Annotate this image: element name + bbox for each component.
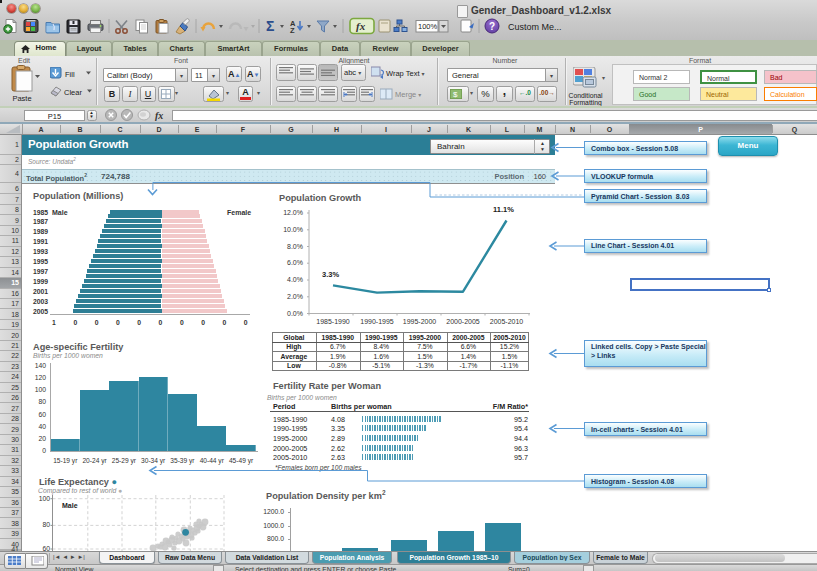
svg-text:Z: Z (290, 26, 295, 35)
svg-text:100%: 100% (418, 22, 438, 31)
svg-text:fx: fx (155, 110, 163, 121)
svg-text:Clear: Clear (64, 88, 82, 97)
svg-text:fx: fx (356, 20, 366, 32)
svg-text:Custom Me...: Custom Me... (508, 22, 562, 32)
svg-text:?: ? (489, 21, 495, 32)
svg-text:$: $ (453, 90, 458, 99)
svg-text:Σ: Σ (266, 18, 274, 34)
svg-text:Fill: Fill (65, 70, 75, 79)
